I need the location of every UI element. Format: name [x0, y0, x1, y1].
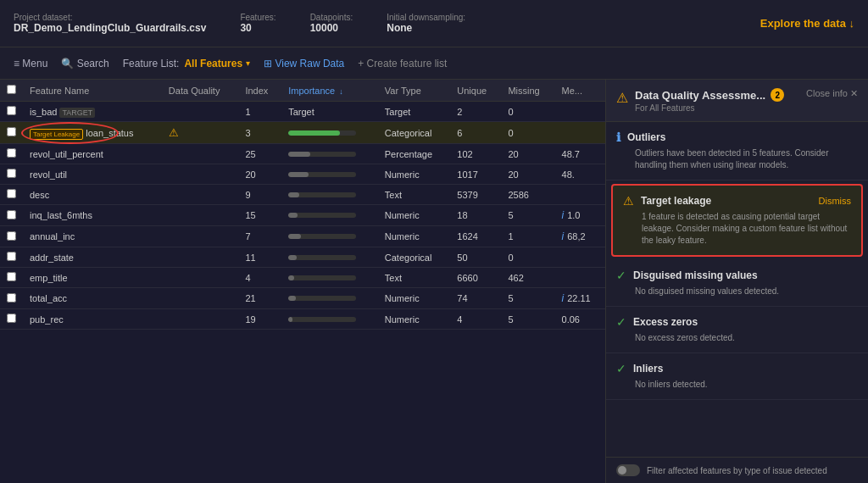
- assessment-title: Target leakage: [641, 195, 812, 207]
- feature-name: total_acc: [30, 293, 67, 303]
- feature-table: Feature Name Data Quality Index Importan…: [0, 80, 605, 330]
- menu-button[interactable]: ≡ Menu: [14, 58, 47, 69]
- mean-cell: i68,2: [555, 226, 605, 247]
- importance-bar: [288, 213, 298, 218]
- missing-cell: 462: [501, 268, 554, 288]
- unique-cell: 6660: [450, 268, 501, 288]
- var-type-cell: Text: [378, 185, 451, 205]
- chevron-down-icon: ▾: [246, 58, 250, 68]
- check-icon: ✓: [616, 315, 626, 329]
- assessment-description: No excess zeros detected.: [616, 332, 858, 344]
- feature-name-cell: pub_rec: [23, 309, 162, 330]
- create-feature-list-button[interactable]: + Create feature list: [358, 58, 447, 69]
- mean-cell: [555, 247, 605, 268]
- importance-bar-container: [288, 213, 356, 218]
- select-all-checkbox[interactable]: [0, 80, 23, 102]
- mean-cell: [555, 122, 605, 144]
- table-row: Target Leakage loan_status⚠3Categorical6…: [0, 122, 605, 144]
- missing-cell: 2586: [501, 185, 554, 205]
- toolbar: ≡ Menu 🔍 Search Feature List: All Featur…: [0, 47, 868, 80]
- col-index: Index: [238, 80, 281, 102]
- importance-bar-container: [288, 296, 356, 301]
- features-value: 30: [240, 22, 251, 34]
- check-icon: ✓: [616, 269, 626, 282]
- row-checkbox[interactable]: [0, 102, 23, 122]
- panel-title-area: Data Quality Assessme... 2 For All Featu…: [635, 88, 799, 113]
- row-checkbox[interactable]: [0, 164, 23, 185]
- row-checkbox[interactable]: [0, 205, 23, 226]
- mean-cell: 48.: [555, 164, 605, 185]
- col-importance[interactable]: Importance ↓: [281, 80, 378, 102]
- row-checkbox[interactable]: [0, 288, 23, 309]
- index-cell: 3: [238, 122, 281, 144]
- table-row: inq_last_6mths15Numeric185i1.0: [0, 205, 605, 226]
- assessment-header: ✓ Excess zeros: [616, 315, 858, 329]
- importance-cell: [281, 205, 378, 226]
- row-checkbox[interactable]: [0, 247, 23, 268]
- view-raw-data-button[interactable]: ⊞ View Raw Data: [264, 58, 344, 69]
- importance-bar-container: [288, 192, 356, 197]
- missing-cell: 0: [501, 122, 554, 144]
- feature-name-cell: addr_state: [23, 247, 162, 268]
- importance-bar-container: [288, 130, 356, 136]
- warning-icon: ⚠: [623, 194, 634, 208]
- var-type-cell: Percentage: [378, 144, 451, 164]
- importance-cell: [281, 309, 378, 330]
- datapoints-value: 10000: [310, 22, 338, 34]
- var-type-cell: Target: [378, 102, 451, 122]
- check-icon: ✓: [616, 362, 626, 375]
- row-checkbox[interactable]: [0, 309, 23, 330]
- importance-cell: [281, 247, 378, 268]
- table-row: revol_util_percent25Percentage1022048.7: [0, 144, 605, 164]
- row-checkbox[interactable]: [0, 122, 23, 144]
- assessment-header: ⚠ Target leakage Dismiss: [623, 194, 851, 208]
- mean-cell: i1.0: [555, 205, 605, 226]
- unique-cell: 4: [450, 309, 501, 330]
- assessment-item: ℹ Outliers Outliers have been detected i…: [606, 122, 868, 180]
- assessment-item: ⚠ Target leakage Dismiss 1 feature is de…: [611, 184, 863, 257]
- panel-body: ℹ Outliers Outliers have been detected i…: [606, 122, 868, 457]
- feature-list-value: All Features: [184, 58, 242, 69]
- index-cell: 19: [238, 309, 281, 330]
- mean-cell: [555, 185, 605, 205]
- unique-cell: 2: [450, 102, 501, 122]
- importance-cell: [281, 268, 378, 288]
- search-button[interactable]: 🔍 Search: [61, 58, 108, 69]
- row-checkbox[interactable]: [0, 185, 23, 205]
- dismiss-button[interactable]: Dismiss: [819, 196, 852, 206]
- features-info: Features: 30: [240, 13, 275, 34]
- header: Project dataset: DR_Demo_LendingClub_Gua…: [0, 0, 868, 47]
- assessment-title: Disguised missing values: [633, 269, 858, 281]
- feature-name: desc: [30, 190, 49, 200]
- importance-cell: [281, 288, 378, 309]
- explore-data-button[interactable]: Explore the data ↓: [760, 17, 854, 30]
- assessment-item: ✓ Inliers No inliers detected.: [606, 353, 868, 400]
- feature-name: emp_title: [30, 273, 68, 283]
- var-type-cell: Numeric: [378, 164, 451, 185]
- feature-name: pub_rec: [30, 314, 64, 325]
- warning-triangle-icon: ⚠: [616, 90, 628, 106]
- importance-bar: [288, 192, 299, 197]
- info-circle-icon: ℹ: [616, 130, 620, 144]
- table-row: annual_inc7Numeric16241i68,2: [0, 226, 605, 247]
- feature-name: inq_last_6mths: [30, 210, 92, 220]
- feature-name-cell: revol_util_percent: [23, 144, 162, 164]
- row-checkbox[interactable]: [0, 268, 23, 288]
- panel-footer: Filter affected features by type of issu…: [606, 457, 868, 483]
- data-quality-cell: [162, 205, 239, 226]
- assessment-item: ✓ Excess zeros No excess zeros detected.: [606, 307, 868, 353]
- feature-table-container: Feature Name Data Quality Index Importan…: [0, 80, 605, 483]
- project-name: DR_Demo_LendingClub_Guardrails.csv: [14, 22, 206, 34]
- close-info-button[interactable]: Close info ✕: [806, 88, 858, 99]
- importance-bar-container: [288, 255, 356, 260]
- feature-list-selector[interactable]: Feature List: All Features ▾: [123, 58, 250, 69]
- data-quality-cell: [162, 185, 239, 205]
- filter-toggle[interactable]: [616, 464, 640, 476]
- missing-cell: 5: [501, 205, 554, 226]
- unique-cell: 1017: [450, 164, 501, 185]
- row-checkbox[interactable]: [0, 226, 23, 247]
- row-checkbox[interactable]: [0, 144, 23, 164]
- importance-cell: [281, 122, 378, 144]
- target-leakage-badge: Target Leakage: [30, 129, 83, 140]
- importance-bar: [288, 296, 296, 301]
